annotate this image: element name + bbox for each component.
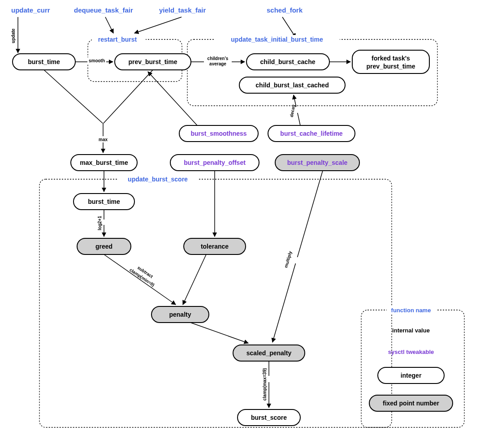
edge-label-smooth: smooth: [89, 58, 105, 63]
node-text-burst-penalty-scale: burst_penalty_scale: [287, 159, 348, 166]
arrow-pbt-to-max-junction: [104, 70, 153, 123]
node-forked-task: [352, 50, 429, 73]
legend-sysctl-tweakable: sysctl tweakable: [388, 349, 434, 355]
diagram-canvas: update_curr dequeue_task_fair yield_task…: [0, 0, 480, 448]
svg-rect-10: [264, 376, 300, 382]
node-text-burst-score: burst_score: [251, 414, 287, 421]
arrow-penalty-to-scaled: [190, 323, 248, 343]
node-text-burst-time: burst_time: [28, 58, 60, 65]
entry-yield-task-fair: yield_task_fair: [159, 6, 206, 14]
arrow-greed-to-penalty: [104, 254, 176, 305]
edge-label-childrens-avg1: children's: [208, 56, 229, 61]
entry-update-curr: update_curr: [11, 6, 50, 14]
node-text-burst-smoothness: burst_smoothness: [190, 130, 246, 137]
legend-integer: integer: [401, 372, 422, 379]
node-text-forked-task2: prev_burst_time: [367, 63, 415, 70]
group-label-update-burst-score: update_burst_score: [128, 176, 188, 183]
node-text-prev-burst-time: prev_burst_time: [129, 58, 177, 65]
node-text-penalty: penalty: [169, 311, 191, 318]
arrow-sched-fork: [282, 17, 296, 38]
edge-label-childrens-avg2: average: [209, 61, 226, 66]
node-text-max-burst-time: max_burst_time: [80, 159, 128, 166]
node-text-tolerance: tolerance: [201, 243, 229, 250]
edge-label-clamp-max39: clamp(max=39): [262, 368, 267, 401]
group-label-update-task-initial: update_task_initial_burst_time: [231, 36, 323, 43]
arrow-bt-to-max-junction: [44, 70, 103, 123]
node-text-scaled-penalty: scaled_penalty: [246, 349, 292, 357]
node-text-burst-cache-lifetime: burst_cache_lifetime: [280, 130, 342, 137]
arrow-yield: [134, 17, 182, 33]
node-text-burst-time-2: burst_time: [88, 198, 120, 205]
arrow-dequeue: [105, 17, 113, 33]
node-text-greed: greed: [95, 243, 112, 250]
node-text-burst-penalty-offset: burst_penalty_offset: [184, 159, 246, 166]
legend-function-name: function name: [391, 307, 431, 314]
legend-internal-value: internal value: [392, 327, 430, 334]
entry-dequeue-task-fair: dequeue_task_fair: [74, 6, 133, 14]
node-text-forked-task1: forked task's: [372, 55, 410, 62]
entry-sched-fork: sched_fork: [267, 6, 303, 14]
node-text-child-burst-cache: child_burst_cache: [260, 58, 316, 65]
edge-label-max: max: [99, 137, 108, 142]
arrow-smoothness-to-pbt: [148, 72, 197, 125]
node-text-child-burst-last-cached: child_burst_last_cached: [255, 82, 329, 89]
group-label-restart-burst: restart_burst: [98, 36, 137, 43]
edge-label-update: update: [11, 28, 16, 43]
legend-fixed-point: fixed point number: [383, 400, 440, 407]
arrow-bps-to-scaled: [272, 171, 323, 342]
edge-label-log2p1: log2+1: [97, 216, 102, 230]
group-update-burst-score: [39, 179, 392, 427]
arrow-tolerance-to-penalty: [183, 254, 206, 305]
